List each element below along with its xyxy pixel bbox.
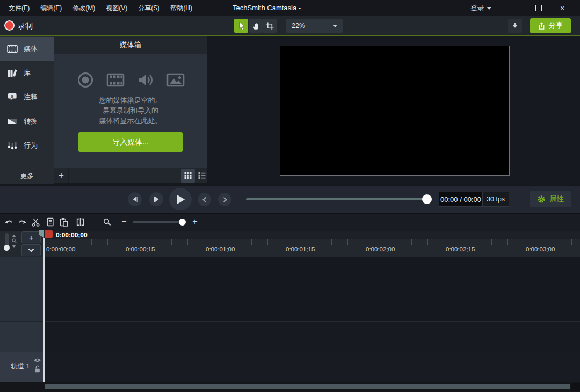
crop-icon <box>266 22 274 30</box>
timeline-track-area[interactable] <box>44 257 580 321</box>
crop-tool-button[interactable] <box>263 19 277 33</box>
undo-button[interactable] <box>4 217 13 227</box>
paste-icon <box>59 217 68 227</box>
add-track-button[interactable]: + <box>21 231 41 243</box>
sidebar-item-label: 转换 <box>24 117 38 126</box>
sidebar-item-library[interactable]: 库 <box>0 61 54 85</box>
chevron-down-icon <box>487 7 491 10</box>
timeline-zoom-button[interactable] <box>103 217 111 226</box>
download-button[interactable] <box>508 19 522 33</box>
cursor-tool-button[interactable] <box>234 19 248 33</box>
share-icon <box>538 22 545 30</box>
collapse-tracks-button[interactable] <box>21 244 41 256</box>
maximize-button[interactable] <box>532 2 545 14</box>
ruler-label: 0:00:03;00 <box>526 246 555 252</box>
previous-frame-button[interactable] <box>128 192 142 206</box>
callout-icon: a <box>7 93 18 101</box>
track-visibility-toggle[interactable] <box>33 358 41 363</box>
sidebar-item-label: 媒体 <box>24 44 38 54</box>
timeline-gutter-row2 <box>0 321 44 352</box>
menu-help[interactable]: 帮助(H) <box>165 0 198 16</box>
track1-label: 轨道 1 <box>11 362 30 371</box>
timeline-zoom-slider-handle[interactable] <box>179 219 186 226</box>
minimize-button[interactable]: – <box>506 2 519 14</box>
canvas-zoom-value: 22% <box>292 22 305 30</box>
menu-share[interactable]: 分享(S) <box>133 0 165 16</box>
redo-button[interactable] <box>18 217 27 227</box>
sidebar-item-annotations[interactable]: a 注释 <box>0 85 54 109</box>
chevron-down-icon <box>28 248 34 252</box>
play-icon <box>176 194 185 205</box>
play-button[interactable] <box>169 188 192 210</box>
properties-button[interactable]: 属性 <box>530 191 571 207</box>
sidebar-more-button[interactable]: 更多 <box>0 169 54 184</box>
sidebar-item-transitions[interactable]: 转换 <box>0 109 54 133</box>
jump-back-button[interactable] <box>198 193 211 206</box>
sidebar-item-behaviors[interactable]: 行为 <box>0 133 54 157</box>
paste-button[interactable] <box>59 217 68 227</box>
small-magnifier-icon <box>12 238 17 243</box>
timeline-toolbar <box>0 213 580 231</box>
chevron-left-icon <box>202 197 207 203</box>
transition-icon <box>7 117 18 126</box>
close-button[interactable]: × <box>556 2 569 14</box>
pan-tool-button[interactable] <box>249 19 263 33</box>
scrollbar-corner <box>571 383 580 391</box>
playhead-out-handle[interactable] <box>45 230 53 238</box>
share-label: 分享 <box>549 21 563 31</box>
sidebar-item-label: 行为 <box>24 141 38 150</box>
record-button[interactable]: 录制 <box>18 21 33 31</box>
canvas-zoom-select[interactable]: 22% <box>286 19 343 33</box>
undo-icon <box>4 217 13 227</box>
fps-display[interactable]: 30 fps <box>482 192 509 206</box>
track-lock-toggle[interactable] <box>34 365 40 373</box>
timeline-zoom-slider[interactable] <box>133 221 186 223</box>
horizontal-scrollbar[interactable] <box>45 384 570 389</box>
track1-lane[interactable] <box>44 352 580 382</box>
record-icon[interactable] <box>4 20 15 31</box>
redo-icon <box>18 217 27 227</box>
timeline-row-empty[interactable] <box>44 321 580 352</box>
hand-icon <box>252 22 260 30</box>
list-view-icon <box>198 172 206 179</box>
menu-edit[interactable]: 编辑(E) <box>35 0 67 16</box>
seek-slider-handle[interactable] <box>422 194 432 204</box>
split-icon <box>76 217 85 227</box>
menu-file[interactable]: 文件(F) <box>3 0 35 16</box>
add-media-button[interactable]: + <box>54 168 69 183</box>
jump-forward-button[interactable] <box>218 193 231 206</box>
audio-icon <box>137 71 154 89</box>
login-button[interactable]: 登录 <box>470 0 491 16</box>
menu-view[interactable]: 视图(V) <box>100 0 133 16</box>
login-label: 登录 <box>470 4 484 13</box>
sidebar-item-media[interactable]: 媒体 <box>0 37 54 61</box>
media-bin-empty-icons <box>54 71 207 89</box>
ruler-ticks <box>44 239 580 245</box>
chevron-right-icon <box>223 197 227 203</box>
sidebar-item-label: 注释 <box>24 92 38 102</box>
menu-bar: 文件(F) 编辑(E) 修改(M) 视图(V) 分享(S) 帮助(H) Tech… <box>0 0 580 16</box>
timeline-zoom-in-button[interactable]: + <box>190 217 200 227</box>
media-bin-title: 媒体箱 <box>120 40 142 50</box>
grid-view-button[interactable] <box>181 169 195 183</box>
ruler-label: 0:00:01;00 <box>206 246 235 252</box>
record-circle-icon <box>77 71 94 89</box>
split-button[interactable] <box>76 217 85 227</box>
timeline-gutter <box>0 257 44 321</box>
caret-up-icon[interactable] <box>12 235 16 237</box>
menu-modify[interactable]: 修改(M) <box>67 0 100 16</box>
cut-button[interactable] <box>31 217 40 227</box>
time-display: 00:00 / 00:00 30 fps <box>439 192 509 207</box>
timeline-zoom-out-button[interactable]: − <box>119 217 129 227</box>
ruler-label: 0:00:02;15 <box>446 246 475 252</box>
caret-down-icon[interactable] <box>12 245 16 248</box>
import-media-button[interactable]: 导入媒体... <box>78 132 183 152</box>
share-button[interactable]: 分享 <box>530 18 571 33</box>
track-height-slider-handle[interactable] <box>4 245 10 251</box>
playhead-line[interactable] <box>44 238 45 382</box>
window-title: TechSmith Camtasia - <box>233 0 301 16</box>
seek-slider[interactable] <box>246 198 427 200</box>
copy-button[interactable] <box>46 217 55 227</box>
preview-canvas[interactable] <box>280 46 510 176</box>
next-frame-button[interactable] <box>149 192 163 206</box>
